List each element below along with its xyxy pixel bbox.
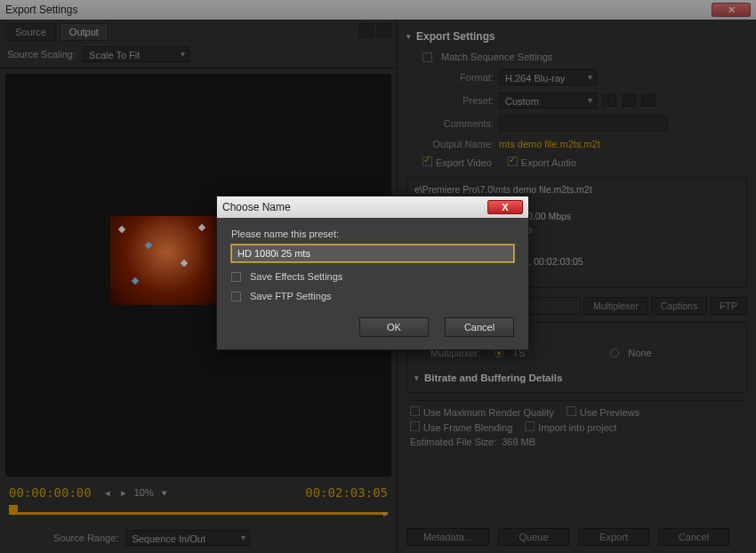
save-ftp-label: Save FTP Settings [250,291,332,301]
save-effects-checkbox[interactable] [231,272,241,282]
dialog-titlebar[interactable]: Choose Name X [217,196,528,218]
export-settings-window: Export Settings ✕ Source Output Source S… [0,0,756,553]
save-effects-label: Save Effects Settings [250,271,342,282]
dialog-title: Choose Name [222,201,291,213]
choose-name-dialog: Choose Name X Please name this preset: S… [216,196,529,350]
save-ftp-checkbox[interactable] [231,292,241,301]
dialog-close-button[interactable]: X [487,200,523,214]
dialog-cancel-button[interactable]: Cancel [445,317,514,337]
dialog-ok-button[interactable]: OK [359,317,429,337]
preset-name-input[interactable] [231,244,514,262]
dialog-prompt: Please name this preset: [231,228,514,239]
